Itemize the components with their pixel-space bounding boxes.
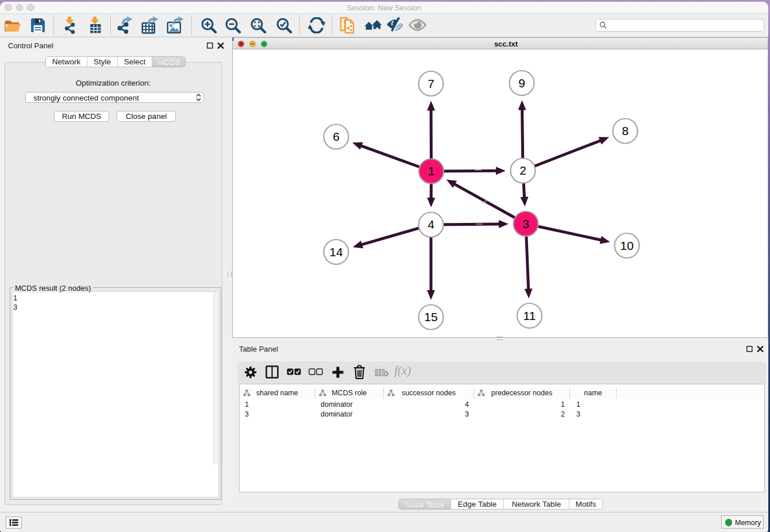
svg-text:8: 8 [622,124,629,137]
svg-text:1: 1 [428,164,435,178]
svg-text:11: 11 [523,309,536,322]
svg-text:6: 6 [333,130,340,143]
svg-text:3: 3 [522,217,529,230]
svg-text:2: 2 [519,164,526,177]
svg-text:15: 15 [424,310,437,323]
svg-text:10: 10 [620,239,633,252]
svg-text:9: 9 [518,76,525,90]
svg-text:4: 4 [428,218,434,231]
svg-text:14: 14 [329,245,343,259]
svg-text:7: 7 [428,77,434,90]
